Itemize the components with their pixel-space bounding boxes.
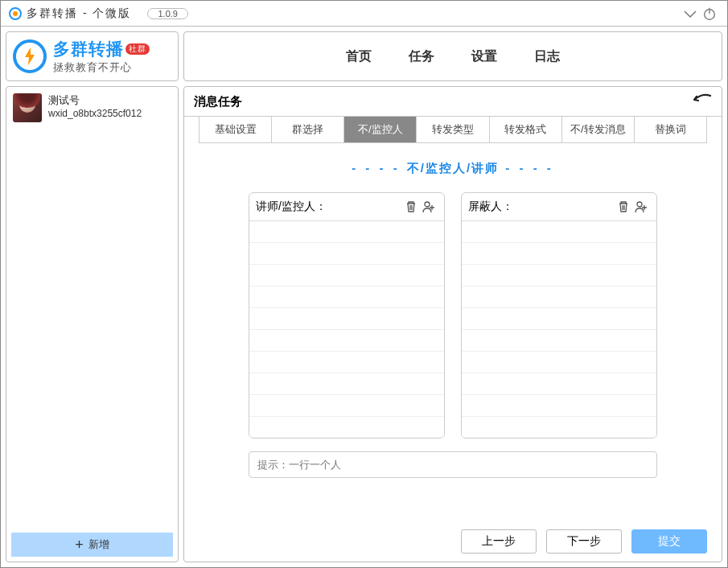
app-icon xyxy=(9,7,22,20)
svg-point-3 xyxy=(637,202,642,207)
avatar xyxy=(13,93,42,122)
account-list: 测试号 wxid_o8btx3255cf012 新增 xyxy=(6,86,179,562)
section-title: - - - - 不/监控人/讲师 - - - - xyxy=(208,151,697,192)
account-wxid: wxid_o8btx3255cf012 xyxy=(48,108,142,119)
trash-icon[interactable] xyxy=(402,198,420,216)
nav-task[interactable]: 任务 xyxy=(409,48,434,65)
step-tabs: 基础设置 群选择 不/监控人 转发类型 转发格式 不/转发消息 替换词 xyxy=(184,117,722,143)
version-badge: 1.0.9 xyxy=(147,8,187,19)
submit-button[interactable]: 提交 xyxy=(631,529,707,554)
nav-home[interactable]: 首页 xyxy=(346,48,372,65)
svg-point-2 xyxy=(425,202,430,207)
block-list[interactable] xyxy=(462,221,656,438)
lecturer-list[interactable] xyxy=(249,221,444,438)
hint-input[interactable] xyxy=(249,451,657,478)
tab-forward-type[interactable]: 转发类型 xyxy=(417,117,489,143)
account-item[interactable]: 测试号 wxid_o8btx3255cf012 xyxy=(6,87,178,129)
titlebar: 多群转播 - 个微版 1.0.9 xyxy=(1,1,727,27)
tab-forward-filter[interactable]: 不/转发消息 xyxy=(562,117,635,143)
tab-forward-format[interactable]: 转发格式 xyxy=(490,117,562,143)
top-nav: 首页 任务 设置 日志 xyxy=(183,31,722,81)
window-title: 多群转播 - 个微版 xyxy=(27,6,131,21)
logo-badge: 社群 xyxy=(125,43,150,55)
next-button[interactable]: 下一步 xyxy=(546,529,622,554)
trash-icon[interactable] xyxy=(615,198,632,216)
add-person-icon[interactable] xyxy=(420,198,438,216)
tab-group-select[interactable]: 群选择 xyxy=(272,117,344,143)
nav-settings[interactable]: 设置 xyxy=(471,48,497,65)
add-person-icon[interactable] xyxy=(632,198,650,216)
power-icon[interactable] xyxy=(700,4,719,23)
tab-monitor[interactable]: 不/监控人 xyxy=(344,117,417,143)
bolt-icon xyxy=(13,39,47,73)
back-arrow-icon[interactable] xyxy=(689,93,712,109)
logo-subtitle: 拯救教育不开心 xyxy=(53,60,150,75)
block-list-box: 屏蔽人： xyxy=(461,192,657,438)
panel-title: 消息任务 xyxy=(194,94,242,109)
lecturer-list-box: 讲师/监控人： xyxy=(249,192,445,438)
minimize-icon[interactable] xyxy=(681,4,700,23)
logo-name: 多群转播 xyxy=(53,38,124,60)
block-list-label: 屏蔽人： xyxy=(468,200,615,214)
prev-button[interactable]: 上一步 xyxy=(461,529,537,554)
nav-log[interactable]: 日志 xyxy=(534,48,560,65)
account-name: 测试号 xyxy=(48,93,142,108)
logo-card: 多群转播 社群 拯救教育不开心 xyxy=(6,31,179,81)
lecturer-list-label: 讲师/监控人： xyxy=(256,200,402,214)
add-account-button[interactable]: 新增 xyxy=(11,533,173,557)
tab-basic[interactable]: 基础设置 xyxy=(199,117,272,143)
tab-replace[interactable]: 替换词 xyxy=(635,117,707,143)
